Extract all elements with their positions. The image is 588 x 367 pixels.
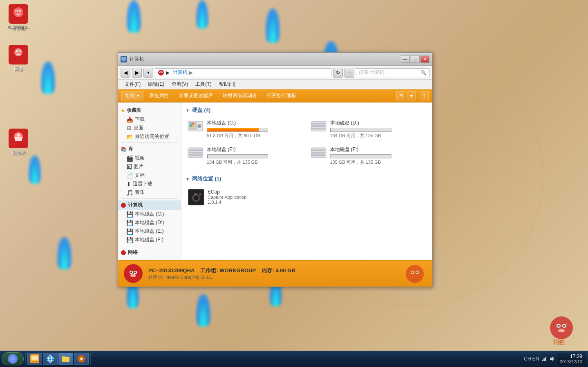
svg-point-81 bbox=[411, 271, 413, 273]
address-bar: ◀ ▶ ▼ ▶ 计算机 ▶ ↻ → bbox=[118, 66, 432, 80]
sidebar-computer-header[interactable]: 计算机 bbox=[118, 200, 181, 210]
sidebar-item-e-drive[interactable]: 💾 本地磁盘 (E:) bbox=[118, 227, 181, 236]
menu-file[interactable]: 文件(F) bbox=[121, 80, 144, 89]
desktop-icon-recycle[interactable]: 回收站 bbox=[2, 129, 35, 156]
desktop-icon-user[interactable]: Administra... bbox=[2, 24, 35, 29]
recent-button[interactable]: ▼ bbox=[143, 68, 153, 78]
menu-view[interactable]: 查看(V) bbox=[168, 80, 191, 89]
hard-disks-title: 硬盘 (4) bbox=[192, 107, 211, 114]
music-label: 音乐 bbox=[135, 189, 145, 196]
sidebar-item-downloads[interactable]: 📥 下载 bbox=[118, 115, 181, 124]
sidebar-item-d-drive[interactable]: 💾 本地磁盘 (D:) bbox=[118, 218, 181, 227]
menu-tools[interactable]: 工具(T) bbox=[192, 80, 215, 89]
pictures-icon: 🖼 bbox=[126, 164, 132, 170]
sidebar-item-f-drive[interactable]: 💾 本地磁盘 (F:) bbox=[118, 236, 181, 244]
drive-f-item[interactable]: 本地磁盘 (F:) 135 GB 可用，共 135 GB bbox=[309, 145, 428, 167]
sidebar-library-section: 📚 库 🎬 视频 🖼 图片 📄 文档 bbox=[118, 145, 181, 197]
pictures-label: 图片 bbox=[134, 163, 143, 170]
svg-rect-59 bbox=[189, 149, 202, 151]
control-panel-button[interactable]: 打开控制面板 bbox=[263, 91, 300, 100]
search-box[interactable]: 搜索 计算机 🔍 bbox=[356, 68, 429, 77]
drive-c-size: 51.3 GB 可用，共 60.0 GB bbox=[207, 133, 303, 139]
drive-d-size: 134 GB 可用，共 135 GB bbox=[330, 133, 427, 139]
refresh-button[interactable]: ↻ bbox=[333, 68, 343, 78]
tray-icon-network[interactable] bbox=[540, 355, 548, 363]
hard-disks-section-header[interactable]: 硬盘 (4) bbox=[186, 107, 428, 114]
network-locations-section-header[interactable]: 网络位置 (1) bbox=[186, 175, 428, 182]
drive-c-fill bbox=[207, 128, 259, 131]
svg-rect-38 bbox=[122, 60, 125, 61]
status-mascot-right bbox=[402, 262, 427, 285]
view-dropdown-button[interactable]: ▼ bbox=[407, 91, 416, 100]
tray-icon-2[interactable]: EN bbox=[532, 355, 539, 363]
go-button[interactable]: → bbox=[344, 68, 354, 78]
svg-rect-52 bbox=[190, 125, 192, 127]
ecap-item[interactable]: ECap Capture Application 1.0.1.4 bbox=[186, 187, 428, 208]
drives-grid: 本地磁盘 (C:) 51.3 GB 可用，共 60.0 GB bbox=[186, 118, 428, 167]
sidebar-item-video[interactable]: 🎬 视频 bbox=[118, 154, 181, 162]
network-sidebar-label: 网络 bbox=[128, 249, 138, 256]
svg-rect-60 bbox=[189, 152, 202, 153]
view-toggle-button[interactable]: ⊞ bbox=[396, 91, 405, 100]
taskbar-item-media[interactable] bbox=[74, 353, 89, 365]
uninstall-button[interactable]: 卸载或更改程序 bbox=[174, 91, 217, 100]
drive-d-item[interactable]: 本地磁盘 (D:) 134 GB 可用，共 135 GB bbox=[309, 118, 428, 140]
sidebar-item-recent[interactable]: 📂 最近访问的位置 bbox=[118, 132, 181, 141]
sidebar-item-desktop[interactable]: 🖥 桌面 bbox=[118, 124, 181, 132]
drive-c-item[interactable]: 本地磁盘 (C:) 51.3 GB 可用，共 60.0 GB bbox=[186, 118, 305, 140]
clock-area[interactable]: 17:29 2013/12/10 bbox=[557, 353, 585, 365]
drive-e-item[interactable]: 本地磁盘 (E:) 134 GB 可用，共 135 GB bbox=[186, 145, 305, 167]
system-properties-button[interactable]: 系统属性 bbox=[145, 91, 173, 100]
network-locations-content: ECap Capture Application 1.0.1.4 bbox=[186, 187, 428, 208]
organize-button[interactable]: 组织 ▼ bbox=[121, 91, 143, 100]
taskbar-item-folder[interactable] bbox=[58, 353, 73, 365]
taskbar-item-ie[interactable] bbox=[43, 353, 58, 365]
computer-sidebar-icon bbox=[121, 202, 126, 208]
drive-c-icon bbox=[187, 120, 203, 133]
svg-point-32 bbox=[558, 325, 560, 327]
drive-e-bar bbox=[207, 154, 268, 158]
back-button[interactable]: ◀ bbox=[121, 68, 130, 78]
d-drive-label: 本地磁盘 (D:) bbox=[135, 219, 164, 226]
sidebar-network-header[interactable]: 网络 bbox=[118, 248, 181, 257]
start-button[interactable] bbox=[2, 352, 24, 365]
svg-point-77 bbox=[130, 274, 136, 277]
close-button[interactable]: ✕ bbox=[420, 56, 429, 63]
clock-time: 17:29 bbox=[560, 354, 582, 359]
desktop-icon-network[interactable]: 网络 bbox=[2, 45, 35, 72]
tray-icon-1[interactable]: CH bbox=[524, 355, 531, 363]
ecap-sub2: 1.0.1.4 bbox=[208, 200, 246, 205]
sidebar-item-music[interactable]: 🎵 音乐 bbox=[118, 188, 181, 197]
recent-label: 最近访问的位置 bbox=[135, 133, 169, 140]
drive-f-info: 本地磁盘 (F:) 135 GB 可用，共 135 GB bbox=[330, 146, 427, 165]
map-drive-button[interactable]: 映射网络驱动器 bbox=[219, 91, 261, 100]
sidebar-item-pictures[interactable]: 🖼 图片 bbox=[118, 162, 181, 171]
e-drive-label: 本地磁盘 (E:) bbox=[135, 228, 164, 235]
maximize-button[interactable]: □ bbox=[411, 56, 420, 63]
sidebar-favorites-header[interactable]: ★ 收藏夹 bbox=[118, 106, 181, 115]
path-computer[interactable]: 计算机 bbox=[173, 69, 188, 76]
tray-icon-volume[interactable] bbox=[548, 355, 556, 363]
sidebar-library-header[interactable]: 📚 库 bbox=[118, 145, 181, 154]
toolbar-right: ⊞ ▼ ? bbox=[396, 91, 429, 100]
minimize-button[interactable]: — bbox=[401, 56, 410, 63]
svg-point-44 bbox=[121, 203, 126, 208]
start-orb-icon bbox=[8, 354, 18, 364]
sidebar-item-c-drive[interactable]: 💾 本地磁盘 (C:) bbox=[118, 210, 181, 218]
path-label: ▶ bbox=[166, 70, 170, 76]
library-label: 库 bbox=[128, 146, 133, 153]
sidebar-item-documents[interactable]: 📄 文档 bbox=[118, 171, 181, 180]
taskbar-item-explorer[interactable] bbox=[27, 353, 42, 365]
menu-help[interactable]: 帮助(H) bbox=[216, 80, 239, 89]
forward-button[interactable]: ▶ bbox=[132, 68, 142, 78]
svg-point-17 bbox=[16, 11, 18, 12]
svg-point-72 bbox=[124, 264, 143, 283]
sidebar-divider-3 bbox=[121, 246, 178, 246]
menu-edit[interactable]: 编辑(E) bbox=[145, 80, 168, 89]
address-path[interactable]: ▶ 计算机 ▶ bbox=[155, 68, 331, 77]
menu-bar: 文件(F) 编辑(E) 查看(V) 工具(T) 帮助(H) bbox=[118, 80, 432, 89]
svg-rect-55 bbox=[312, 123, 325, 125]
favorites-star-icon: ★ bbox=[121, 108, 125, 113]
help-button[interactable]: ? bbox=[420, 91, 429, 100]
sidebar-item-thunder[interactable]: ⬇ 迅雷下载 bbox=[118, 180, 181, 188]
